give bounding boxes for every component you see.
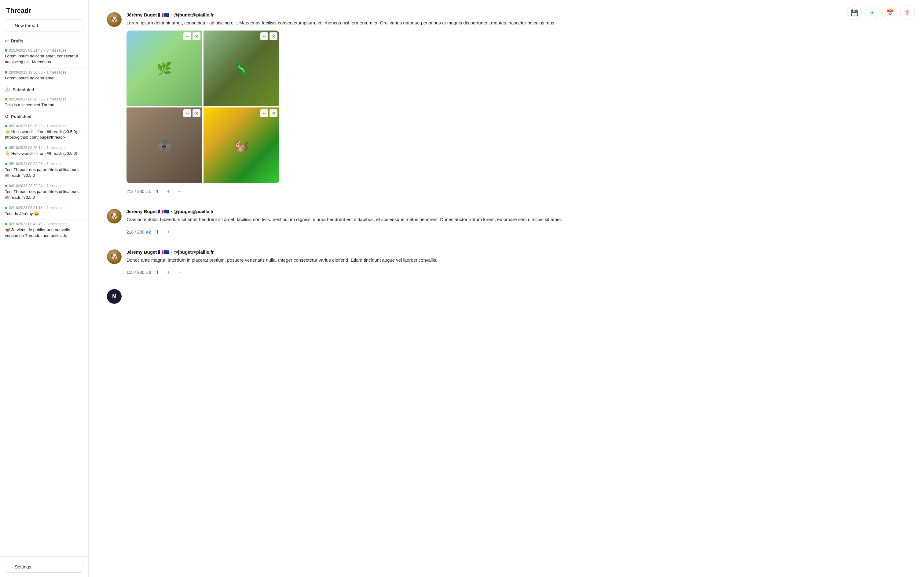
status-dot [5, 125, 7, 127]
status-dot [5, 49, 7, 52]
image-cell: 🦎 ✏ ✕ [204, 31, 279, 106]
avatar: M [107, 289, 122, 304]
schedule-button[interactable]: 📅 [882, 5, 897, 20]
post-text: Donec ante magna, interdum in placerat p… [126, 256, 906, 263]
list-item[interactable]: 04/10/2023 23:29:24 · 1 messages Test Th… [0, 181, 88, 203]
main-content: 💾 ✈ 📅 🗑 🐶 Jérémy Buget 🇫🇷🇪🇺 · @jbuget@pi… [89, 0, 924, 577]
list-item[interactable]: 02/10/2023 08:20:30 · 1 messages This is… [0, 95, 88, 111]
schedule-icon: 📅 [886, 9, 894, 16]
settings-button[interactable]: + Settings [5, 561, 83, 573]
image-controls: ✏ ✕ [183, 109, 200, 117]
image-controls: ✏ ✕ [260, 109, 278, 117]
delete-button[interactable]: 🗑 [900, 5, 915, 20]
post-image: 🐿️ [204, 108, 279, 183]
post-author: Jérémy Buget 🇫🇷🇪🇺 · @jbuget@piaille.fr [126, 12, 906, 18]
status-dot [5, 185, 7, 187]
avatar: 🐶 [107, 209, 122, 224]
share-button[interactable]: ⬆ [153, 227, 162, 237]
post-body: Jérémy Buget 🇫🇷🇪🇺 · @jbuget@piaille.fr D… [126, 250, 906, 277]
new-thread-button[interactable]: + New thread [5, 19, 83, 31]
list-item[interactable]: 29/09/2023 19:56:08 · 1 messages Lorem i… [0, 68, 88, 84]
list-item[interactable]: 05/10/2023 09:25:14 · 1 messages 👋 Hello… [0, 143, 88, 160]
clock-icon: 🕐 [5, 87, 10, 92]
thread-post: 🐶 Jérémy Buget 🇫🇷🇪🇺 · @jbuget@piaille.fr… [107, 206, 906, 236]
published-icon: ↺ [5, 114, 8, 119]
image-cell: 🌿 ✏ ✕ [126, 31, 202, 106]
save-button[interactable]: 💾 [847, 5, 862, 20]
section-published: ↺ Published [0, 111, 88, 121]
remove-image-button[interactable]: ✕ [270, 32, 278, 40]
list-item[interactable]: 02/10/2023 08:43:46 · 3 messages 🦋 Je vi… [0, 219, 88, 242]
post-author: Jérémy Buget 🇫🇷🇪🇺 · @jbuget@piaille.fr [126, 250, 906, 255]
post-actions: 212 / 280 #1 ⬆ + − [126, 187, 906, 196]
share-button[interactable]: ⬆ [153, 268, 162, 277]
send-icon: ✈ [870, 10, 874, 16]
thread-post: 🐶 Jérémy Buget 🇫🇷🇪🇺 · @jbuget@piaille.fr… [107, 9, 906, 196]
status-dot [5, 207, 7, 209]
avatar: 🐶 [107, 12, 122, 27]
toolbar: 💾 ✈ 📅 🗑 [847, 5, 915, 20]
section-drafts: ↩ Drafts [0, 35, 88, 46]
post-text: Cras ante dolor, bibendum sit amet hendr… [126, 216, 906, 223]
list-item[interactable]: 02/10/2023 08:31:11 · 2 messages Test de… [0, 203, 88, 219]
section-scheduled: 🕐 Scheduled [0, 84, 88, 95]
image-grid: 🌿 ✏ ✕ 🦎 ✏ ✕ 🕷️ ✏ [126, 31, 279, 183]
edit-image-button[interactable]: ✏ [260, 109, 268, 117]
edit-image-button[interactable]: ✏ [260, 32, 268, 40]
edit-image-button[interactable]: ✏ [183, 32, 191, 40]
list-item[interactable]: 02/10/2023 08:21:47 · 3 messages Lorem i… [0, 46, 88, 68]
add-tweet-button[interactable]: + [164, 268, 173, 277]
sidebar-scroll: ↩ Drafts 02/10/2023 08:21:47 · 3 message… [0, 35, 88, 556]
sidebar-footer: + Settings [0, 556, 88, 577]
save-icon: 💾 [851, 9, 858, 16]
sidebar: Threadr + New thread ↩ Drafts 02/10/2023… [0, 0, 89, 577]
status-dot [5, 98, 7, 100]
add-tweet-button[interactable]: + [164, 187, 173, 196]
remove-tweet-button[interactable]: − [175, 227, 184, 237]
post-body: Jérémy Buget 🇫🇷🇪🇺 · @jbuget@piaille.fr C… [126, 209, 906, 236]
status-dot [5, 71, 7, 74]
thread-post: 🐶 Jérémy Buget 🇫🇷🇪🇺 · @jbuget@piaille.fr… [107, 247, 906, 277]
status-dot [5, 147, 7, 149]
char-count: 155 / 280 [126, 270, 144, 275]
post-image: 🦎 [204, 31, 279, 106]
image-cell: 🐿️ ✏ ✕ [204, 108, 279, 183]
status-dot [5, 223, 7, 225]
delete-icon: 🗑 [905, 10, 911, 16]
post-body: Jérémy Buget 🇫🇷🇪🇺 · @jbuget@piaille.fr L… [126, 12, 906, 196]
list-item[interactable]: 05/10/2023 00:33:26 · 1 messages Test Th… [0, 160, 88, 181]
draft-icon: ↩ [5, 39, 8, 44]
avatar: 🐶 [107, 250, 122, 264]
post-actions: 155 / 280 #3 ⬆ + − [126, 268, 906, 277]
image-controls: ✏ ✕ [260, 32, 278, 40]
add-tweet-button[interactable]: + [164, 227, 173, 237]
post-author: Jérémy Buget 🇫🇷🇪🇺 · @jbuget@piaille.fr [126, 209, 906, 214]
image-cell: 🕷️ ✏ ✕ [126, 108, 202, 183]
app-title: Threadr [0, 0, 88, 19]
post-text: Lorem ipsum dolor sit amet, consectetur … [126, 19, 906, 26]
remove-tweet-button[interactable]: − [175, 187, 184, 196]
post-actions: 218 / 280 #2 ⬆ + − [126, 227, 906, 237]
send-button[interactable]: ✈ [865, 5, 879, 20]
char-count: 212 / 280 [126, 189, 144, 194]
remove-image-button[interactable]: ✕ [270, 109, 278, 117]
post-image: 🕷️ [126, 108, 202, 183]
char-count: 218 / 280 [126, 230, 144, 234]
remove-image-button[interactable]: ✕ [192, 32, 200, 40]
status-dot [5, 163, 7, 165]
remove-image-button[interactable]: ✕ [192, 109, 200, 117]
image-controls: ✏ ✕ [183, 32, 200, 40]
share-button[interactable]: ⬆ [153, 187, 162, 196]
edit-image-button[interactable]: ✏ [183, 109, 191, 117]
list-item[interactable]: 05/10/2023 09:26:20 · 1 messages 👋 Hello… [0, 121, 88, 143]
post-image: 🌿 [126, 31, 202, 106]
remove-tweet-button[interactable]: − [175, 268, 184, 277]
